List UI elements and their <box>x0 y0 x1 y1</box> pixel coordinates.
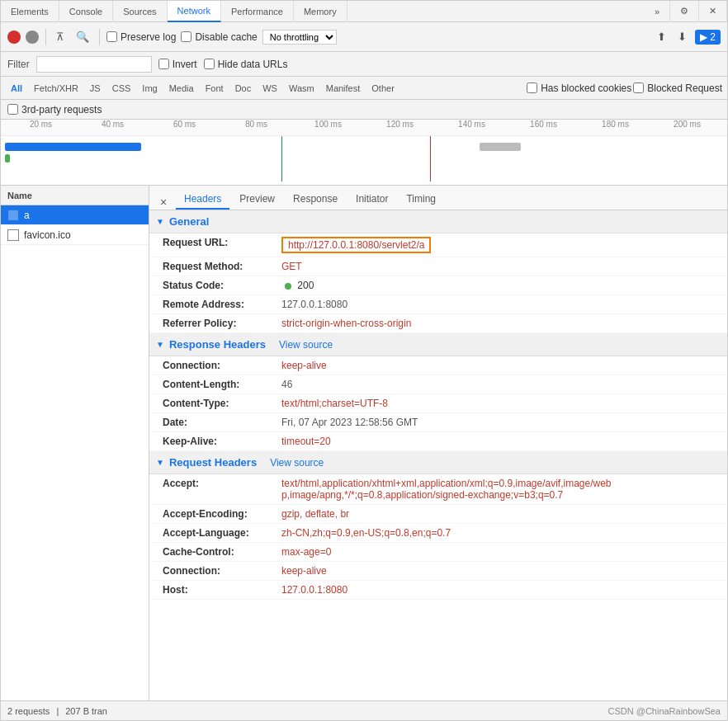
tab-elements[interactable]: Elements <box>1 1 59 22</box>
filter-input[interactable] <box>36 56 152 73</box>
timeline-area: 20 ms 40 ms 60 ms 80 ms 100 ms 120 ms 14… <box>1 120 727 186</box>
type-btn-css[interactable]: CSS <box>107 82 136 95</box>
tl-80ms: 80 ms <box>220 120 292 135</box>
detail-tabs: × Headers Preview Response Initiator Tim… <box>149 186 727 210</box>
tl-120ms: 120 ms <box>364 120 436 135</box>
request-item-a[interactable]: a <box>1 205 149 225</box>
detail-tab-headers[interactable]: Headers <box>176 190 229 210</box>
disable-cache-checkbox[interactable]: Disable cache <box>181 31 257 43</box>
type-btn-ws[interactable]: WS <box>258 82 282 95</box>
connection-row: Connection: keep-alive <box>149 356 727 375</box>
request-item-favicon[interactable]: favicon.ico <box>1 225 149 245</box>
watermark: CSDN @ChinaRainbowSea <box>607 706 721 716</box>
network-toolbar: ⊼ 🔍 Preserve log Disable cache No thrott… <box>1 22 727 52</box>
type-btn-other[interactable]: Other <box>366 82 399 95</box>
detail-tab-initiator[interactable]: Initiator <box>347 190 396 210</box>
type-btn-fetch[interactable]: Fetch/XHR <box>29 82 83 95</box>
tab-settings[interactable]: ⚙ <box>670 1 699 22</box>
accept-key: Accept: <box>163 478 278 489</box>
preserve-log-checkbox[interactable]: Preserve log <box>106 31 176 43</box>
cache-control-row: Cache-Control: max-age=0 <box>149 543 727 562</box>
detail-tab-response[interactable]: Response <box>285 190 346 210</box>
response-headers-arrow-icon: ▼ <box>156 340 164 349</box>
detail-tab-preview[interactable]: Preview <box>231 190 283 210</box>
detail-tab-timing[interactable]: Timing <box>398 190 444 210</box>
requests-count: 2 requests <box>7 706 50 716</box>
accept-encoding-key: Accept-Encoding: <box>163 508 278 520</box>
response-headers-section[interactable]: ▼ Response Headers View source <box>149 333 727 356</box>
status-code-key: Status Code: <box>163 280 278 291</box>
third-party-checkbox[interactable]: 3rd-party requests <box>7 104 102 115</box>
keep-alive-value: timeout=20 <box>281 436 331 447</box>
disable-cache-label: Disable cache <box>195 31 257 43</box>
tl-60ms: 60 ms <box>149 120 220 135</box>
throttle-select[interactable]: No throttling <box>262 30 337 45</box>
request-method-value: GET <box>281 261 302 272</box>
request-list-header: Name <box>1 186 149 205</box>
tab-bar: Elements Console Sources Network Perform… <box>1 1 727 22</box>
detail-close-button[interactable]: × <box>156 195 171 210</box>
tab-more[interactable]: » <box>645 1 670 22</box>
record-button[interactable] <box>7 31 21 44</box>
accept-value: text/html,application/xhtml+xml,applicat… <box>281 478 612 501</box>
type-btn-doc[interactable]: Doc <box>230 82 257 95</box>
stop-button[interactable] <box>26 31 39 44</box>
content-length-value: 46 <box>281 379 292 390</box>
has-blocked-cookies-label: Has blocked cookies <box>541 82 631 94</box>
has-blocked-cookies-checkbox[interactable]: Has blocked cookies <box>527 82 631 94</box>
type-btn-wasm[interactable]: Wasm <box>284 82 319 95</box>
search-icon[interactable]: 🔍 <box>73 29 92 45</box>
content-type-row: Content-Type: text/html;charset=UTF-8 <box>149 394 727 413</box>
tab-memory[interactable]: Memory <box>294 1 347 22</box>
hide-data-urls-checkbox[interactable]: Hide data URLs <box>204 59 288 70</box>
accept-encoding-row: Accept-Encoding: gzip, deflate, br <box>149 505 727 524</box>
status-separator: | <box>56 706 59 716</box>
cache-control-value: max-age=0 <box>281 546 331 558</box>
tab-close[interactable]: ✕ <box>699 1 727 22</box>
type-btn-manifest[interactable]: Manifest <box>321 82 366 95</box>
status-code-value: 200 <box>281 280 314 291</box>
filter-icon[interactable]: ⊼ <box>53 29 68 45</box>
tab-network[interactable]: Network <box>168 1 221 22</box>
tab-performance[interactable]: Performance <box>221 1 294 22</box>
request-headers-section[interactable]: ▼ Request Headers View source <box>149 451 727 474</box>
tl-100ms: 100 ms <box>292 120 364 135</box>
invert-checkbox[interactable]: Invert <box>158 59 197 70</box>
download-icon[interactable]: ⬇ <box>674 29 690 45</box>
blocked-request-checkbox[interactable]: Blocked Request <box>633 82 722 94</box>
request-headers-title: Request Headers <box>169 456 257 469</box>
transfer-size: 207 B tran <box>65 706 107 716</box>
general-arrow-icon: ▼ <box>156 217 164 226</box>
tl-160ms: 160 ms <box>508 120 579 135</box>
timeline-bars <box>1 136 727 181</box>
referrer-policy-key: Referrer Policy: <box>163 318 278 329</box>
tl-180ms: 180 ms <box>579 120 651 135</box>
toolbar-separator <box>45 29 46 45</box>
type-btn-media[interactable]: Media <box>164 82 199 95</box>
timeline-vline-red <box>430 136 431 181</box>
connection-req-row: Connection: keep-alive <box>149 562 727 581</box>
tab-sources[interactable]: Sources <box>113 1 167 22</box>
filter-label: Filter <box>7 59 30 70</box>
type-btn-img[interactable]: Img <box>137 82 162 95</box>
status-code-row: Status Code: 200 <box>149 276 727 295</box>
type-btn-js[interactable]: JS <box>85 82 106 95</box>
notification-badge: ▶ 2 <box>695 30 721 45</box>
type-btn-all[interactable]: All <box>6 82 27 95</box>
upload-icon[interactable]: ⬆ <box>654 29 669 45</box>
request-icon-a <box>7 210 19 221</box>
request-url-row: Request URL: http://127.0.0.1:8080/servl… <box>149 233 727 257</box>
keep-alive-key: Keep-Alive: <box>163 436 278 447</box>
connection-key: Connection: <box>163 360 278 371</box>
connection-value: keep-alive <box>281 360 327 371</box>
referrer-policy-row: Referrer Policy: strict-origin-when-cros… <box>149 314 727 333</box>
tab-console[interactable]: Console <box>59 1 113 22</box>
content-length-row: Content-Length: 46 <box>149 375 727 394</box>
request-url-value: http://127.0.0.1:8080/servlet2/a <box>281 237 431 253</box>
type-btn-font[interactable]: Font <box>201 82 229 95</box>
view-source-response-link[interactable]: View source <box>279 339 333 351</box>
invert-label: Invert <box>173 59 197 70</box>
general-section-header[interactable]: ▼ General <box>149 210 727 233</box>
view-source-request-link[interactable]: View source <box>270 457 324 469</box>
date-key: Date: <box>163 417 278 428</box>
